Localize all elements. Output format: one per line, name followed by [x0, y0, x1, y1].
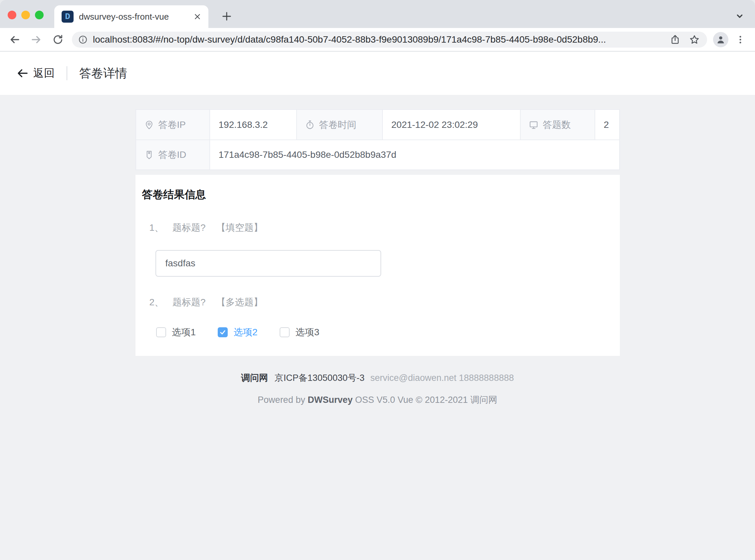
- option-label: 选项3: [295, 326, 320, 339]
- back-arrow-icon: [16, 67, 28, 80]
- powered-by-line: Powered by DWSurvey OSS V5.0 Vue © 2012-…: [136, 394, 620, 406]
- answer-time-value-cell: 2021-12-02 23:02:29: [383, 110, 521, 140]
- share-icon[interactable]: [670, 34, 680, 45]
- answer-result-card: 答卷结果信息 1、 题标题? 【填空题】 2、 题标题? 【多选题】 选项1: [136, 175, 620, 356]
- location-pin-icon: [144, 120, 154, 130]
- answer-count-label-cell: 答题数: [521, 110, 595, 140]
- powered-prefix: Powered by: [258, 395, 305, 405]
- back-button[interactable]: 返回: [16, 66, 55, 81]
- back-icon[interactable]: [6, 31, 23, 48]
- star-icon[interactable]: [689, 34, 700, 45]
- footer-contact: service@diaowen.net 18888888888: [370, 373, 514, 383]
- minimize-window-button[interactable]: [21, 11, 30, 19]
- tab-title: dwsurvey-oss-front-vue: [79, 12, 193, 22]
- address-bar[interactable]: localhost:8083/#/no-top/dw-survey/d/data…: [72, 32, 707, 47]
- option-3[interactable]: 选项3: [280, 326, 320, 339]
- tab-strip: D dwsurvey-oss-front-vue: [0, 0, 755, 28]
- question-1-title: 1、 题标题? 【填空题】: [149, 221, 620, 234]
- favicon-icon: D: [62, 11, 74, 23]
- answer-info-table: 答卷IP 192.168.3.2 答卷时间 2021-12-02 23:02:2…: [136, 109, 620, 170]
- url-text[interactable]: localhost:8083/#/no-top/dw-survey/d/data…: [93, 34, 661, 45]
- tab-search-chevron-icon[interactable]: [732, 9, 747, 23]
- multi-choice-options: 选项1 选项2 选项3: [156, 326, 620, 339]
- new-tab-button[interactable]: [218, 8, 236, 25]
- header-divider: [66, 66, 67, 80]
- monitor-icon: [529, 120, 538, 130]
- answer-time-label: 答卷时间: [319, 119, 356, 131]
- question-number: 2、: [149, 296, 164, 308]
- question-type-tag: 【多选题】: [217, 296, 263, 308]
- option-label: 选项2: [234, 326, 258, 339]
- site-footer: 调问网 京ICP备13050030号-3 service@diaowen.net…: [136, 372, 620, 384]
- checkbox-checked-icon[interactable]: [218, 327, 228, 337]
- answer-id-value-cell: 171a4c98-7b85-4405-b98e-0d52b8b9a37d: [210, 140, 620, 170]
- answer-id-label: 答卷ID: [159, 148, 186, 161]
- forward-icon: [28, 31, 45, 48]
- stopwatch-icon: [305, 120, 315, 130]
- powered-suffix: OSS V5.0 Vue © 2012-2021 调问网: [355, 395, 497, 405]
- table-row: 答卷ID 171a4c98-7b85-4405-b98e-0d52b8b9a37…: [136, 140, 620, 170]
- question-type-tag: 【填空题】: [217, 221, 263, 234]
- browser-toolbar: localhost:8083/#/no-top/dw-survey/d/data…: [0, 28, 755, 52]
- page-header: 返回 答卷详情: [0, 52, 755, 95]
- content-area: 答卷IP 192.168.3.2 答卷时间 2021-12-02 23:02:2…: [0, 95, 755, 560]
- answer-ip-label-cell: 答卷IP: [136, 110, 210, 140]
- result-heading: 答卷结果信息: [142, 187, 620, 202]
- question-text: 题标题?: [172, 221, 206, 234]
- browser-window: D dwsurvey-oss-front-vue localhost:80: [0, 0, 755, 560]
- table-row: 答卷IP 192.168.3.2 答卷时间 2021-12-02 23:02:2…: [136, 110, 620, 140]
- option-2[interactable]: 选项2: [218, 326, 258, 339]
- question-2-title: 2、 题标题? 【多选题】: [149, 296, 620, 308]
- answer-id-label-cell: 答卷ID: [136, 140, 210, 170]
- avatar[interactable]: [713, 32, 728, 47]
- checkbox-unchecked-icon[interactable]: [156, 327, 166, 337]
- powered-brand[interactable]: DWSurvey: [308, 395, 352, 405]
- answer-count-value-cell: 2: [595, 110, 620, 140]
- info-icon[interactable]: [78, 35, 88, 45]
- footer-icp[interactable]: 京ICP备13050030号-3: [274, 373, 365, 383]
- footer-brand: 调问网: [241, 373, 268, 383]
- fill-blank-answer-input[interactable]: [156, 250, 381, 277]
- close-window-button[interactable]: [8, 11, 16, 19]
- window-controls: [8, 11, 44, 19]
- page-title: 答卷详情: [79, 65, 127, 82]
- back-label[interactable]: 返回: [33, 66, 55, 81]
- answer-ip-value-cell: 192.168.3.2: [210, 110, 297, 140]
- answer-count-label: 答题数: [543, 119, 571, 131]
- tag-icon: [144, 150, 154, 160]
- close-tab-icon[interactable]: [193, 12, 202, 21]
- option-label: 选项1: [172, 326, 196, 339]
- option-1[interactable]: 选项1: [156, 326, 196, 339]
- browser-tab[interactable]: D dwsurvey-oss-front-vue: [54, 5, 208, 28]
- question-text: 题标题?: [172, 296, 206, 308]
- question-number: 1、: [149, 221, 164, 234]
- reload-icon[interactable]: [49, 31, 66, 48]
- kebab-menu-icon[interactable]: [733, 32, 748, 47]
- answer-ip-label: 答卷IP: [159, 119, 186, 131]
- checkbox-unchecked-icon[interactable]: [280, 327, 290, 337]
- answer-time-label-cell: 答卷时间: [297, 110, 383, 140]
- zoom-window-button[interactable]: [35, 11, 44, 19]
